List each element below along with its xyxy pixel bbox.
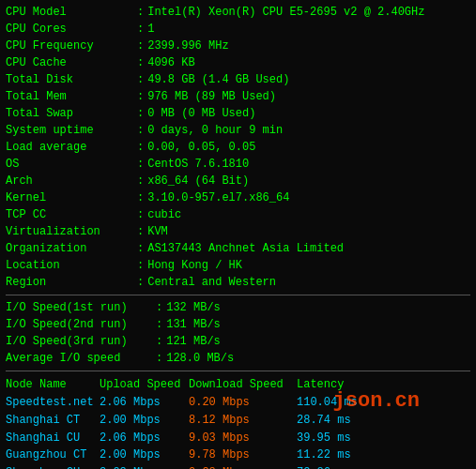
info-colon: : [137,206,144,223]
info-value: CentOS 7.6.1810 [147,156,249,173]
io-label: I/O Speed(2nd run) [6,316,156,333]
info-colon: : [137,105,144,122]
info-value: Hong Kong / HK [147,257,242,274]
divider-2 [6,371,470,371]
info-label: Total Disk [6,71,137,88]
info-value: KVM [147,223,168,240]
system-info-row: Total Disk : 49.8 GB (1.4 GB Used) [6,71,470,88]
net-upload: 2.06 Mbps [100,430,189,447]
info-colon: : [137,173,144,189]
system-info-row: Total Swap : 0 MB (0 MB Used) [6,105,470,122]
info-label: Location [6,257,137,274]
table-header: Node Name Upload Speed Download Speed La… [6,375,470,394]
net-upload: 2.00 Mbps [100,412,189,430]
io-label: Average I/O speed [6,350,156,367]
network-table-row: Shenzhen CU 2.03 Mbps 0.28 Mbps 72.86 ms [6,464,470,469]
system-info-row: Load average : 0.00, 0.05, 0.05 [6,139,470,156]
io-speed-row: I/O Speed(1st run) : 132 MB/s [6,299,470,316]
col-header-download: Download Speed [189,375,297,394]
info-colon: : [137,21,144,38]
system-info-row: Location : Hong Kong / HK [6,257,470,274]
system-info-row: Region : Central and Western [6,274,470,291]
info-value: 1 [147,21,154,38]
system-info-row: CPU Cores : 1 [6,21,470,38]
info-value: Intel(R) Xeon(R) CPU E5-2695 v2 @ 2.40GH… [147,4,424,21]
net-latency: 72.86 ms [297,464,381,469]
net-download: 0.28 Mbps [189,464,297,469]
info-value: x86_64 (64 Bit) [147,173,249,189]
io-speed-row: Average I/O speed : 128.0 MB/s [6,350,470,367]
col-header-upload: Upload Speed [100,375,189,394]
io-colon: : [156,299,162,316]
info-colon: : [137,4,144,21]
info-value: 0.00, 0.05, 0.05 [147,139,255,156]
col-header-latency: Latency [297,375,381,394]
info-label: CPU Cache [6,54,137,71]
io-label: I/O Speed(1st run) [6,299,156,316]
io-value: 131 MB/s [166,316,221,333]
info-colon: : [137,189,144,206]
info-value: cubic [147,206,181,223]
info-label: CPU Model [6,4,137,21]
system-info-row: TCP CC : cubic [6,206,470,223]
info-colon: : [137,54,144,71]
net-node: Shanghai CT [6,412,100,430]
info-value: 976 MB (89 MB Used) [147,88,276,105]
info-label: Load average [6,139,137,156]
terminal-window: CPU Model : Intel(R) Xeon(R) CPU E5-2695… [0,0,476,469]
system-info-row: CPU Frequency : 2399.996 MHz [6,38,470,54]
info-label: Kernel [6,189,137,206]
network-table-row: Shanghai CU 2.06 Mbps 9.03 Mbps 39.95 ms [6,430,470,447]
info-colon: : [137,139,144,156]
net-download: 9.78 Mbps [189,446,297,464]
system-info-row: System uptime : 0 days, 0 hour 9 min [6,122,470,139]
info-label: OS [6,156,137,173]
net-download: 8.12 Mbps [189,412,297,430]
io-colon: : [156,350,162,367]
network-table-row: Speedtest.net 2.06 Mbps 0.20 Mbps 110.04… [6,394,470,412]
net-upload: 2.03 Mbps [100,464,189,469]
io-value: 121 MB/s [166,333,221,350]
io-value: 132 MB/s [166,299,221,316]
system-info-row: CPU Cache : 4096 KB [6,54,470,71]
net-node: Guangzhou CT [6,446,100,464]
info-label: Total Swap [6,105,137,122]
system-info-row: CPU Model : Intel(R) Xeon(R) CPU E5-2695… [6,4,470,21]
io-label: I/O Speed(3rd run) [6,333,156,350]
info-label: System uptime [6,122,137,139]
network-table-row: Guangzhou CT 2.00 Mbps 9.78 Mbps 11.22 m… [6,446,470,464]
system-info-row: Organization : AS137443 Anchnet Asia Lim… [6,240,470,257]
info-value: 3.10.0-957.el7.x86_64 [147,189,289,206]
net-latency: 39.95 ms [297,430,381,447]
info-label: CPU Frequency [6,38,137,54]
info-value: 0 days, 0 hour 9 min [147,122,283,139]
info-colon: : [137,88,144,105]
net-upload: 2.00 Mbps [100,446,189,464]
net-download: 0.20 Mbps [189,394,297,412]
system-info-row: OS : CentOS 7.6.1810 [6,156,470,173]
network-table-section: Node Name Upload Speed Download Speed La… [6,375,470,469]
io-colon: : [156,316,162,333]
network-table-row: Shanghai CT 2.00 Mbps 8.12 Mbps 28.74 ms [6,412,470,430]
system-info-row: Virtualization : KVM [6,223,470,240]
info-value: AS137443 Anchnet Asia Limited [147,240,344,257]
system-info-section: CPU Model : Intel(R) Xeon(R) CPU E5-2695… [6,4,470,291]
net-upload: 2.06 Mbps [100,394,189,412]
info-colon: : [137,156,144,173]
info-colon: : [137,257,144,274]
net-node: Shenzhen CU [6,464,100,469]
system-info-row: Total Mem : 976 MB (89 MB Used) [6,88,470,105]
info-value: 0 MB (0 MB Used) [147,105,255,122]
info-value: Central and Western [147,274,276,291]
info-colon: : [137,223,144,240]
net-node: Shanghai CU [6,430,100,447]
io-speed-section: I/O Speed(1st run) : 132 MB/s I/O Speed(… [6,299,470,367]
io-value: 128.0 MB/s [166,350,234,367]
system-info-row: Arch : x86_64 (64 Bit) [6,173,470,189]
col-header-node: Node Name [6,375,100,394]
info-value: 49.8 GB (1.4 GB Used) [147,71,289,88]
info-colon: : [137,122,144,139]
info-label: Total Mem [6,88,137,105]
net-latency: 28.74 ms [297,412,381,430]
info-value: 2399.996 MHz [147,38,228,54]
